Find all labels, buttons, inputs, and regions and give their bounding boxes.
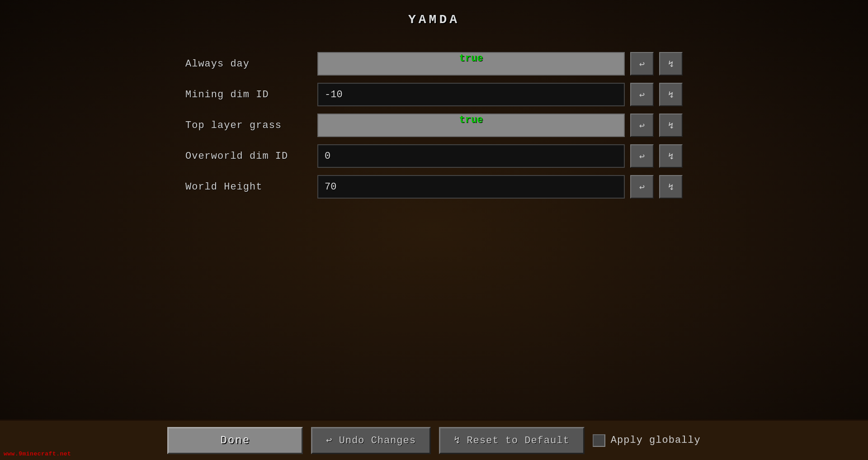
label-always-day: Always day — [185, 58, 312, 70]
undo-btn-top-layer-grass[interactable]: ↩ — [630, 114, 654, 137]
undo-btn-overworld-dim-id[interactable]: ↩ — [630, 144, 654, 168]
settings-list: Always day true ↩ ↯ Mining dim ID ↩ ↯ To… — [185, 48, 683, 202]
undo-icon-overworld-dim-id: ↩ — [639, 151, 645, 162]
setting-row-overworld-dim-id: Overworld dim ID ↩ ↯ — [185, 141, 683, 171]
undo-icon-world-height: ↩ — [639, 181, 645, 193]
input-world-height[interactable] — [317, 175, 625, 199]
undo-icon-always-day: ↩ — [639, 58, 645, 70]
reset-btn-always-day[interactable]: ↯ — [659, 52, 683, 76]
watermark: www.9minecraft.net — [4, 451, 71, 457]
undo-btn-world-height[interactable]: ↩ — [630, 175, 654, 199]
reset-icon-always-day: ↯ — [668, 58, 674, 70]
input-top-layer-grass[interactable]: true — [317, 114, 625, 137]
label-world-height: World Height — [185, 181, 312, 193]
reset-icon-mining-dim-id: ↯ — [668, 89, 674, 100]
main-container: YAMDA Always day true ↩ ↯ Mining dim ID … — [0, 0, 868, 460]
reset-icon-top-layer-grass: ↯ — [668, 120, 674, 131]
input-overworld-dim-id[interactable] — [317, 144, 625, 168]
reset-btn-world-height[interactable]: ↯ — [659, 175, 683, 199]
reset-icon-overworld-dim-id: ↯ — [668, 151, 674, 162]
input-always-day[interactable]: true — [317, 52, 625, 76]
setting-row-always-day: Always day true ↩ ↯ — [185, 48, 683, 79]
reset-icon-world-height: ↯ — [668, 181, 674, 193]
undo-btn-mining-dim-id[interactable]: ↩ — [630, 83, 654, 106]
undo-icon-mining-dim-id: ↩ — [639, 89, 645, 100]
reset-btn-mining-dim-id[interactable]: ↯ — [659, 83, 683, 106]
setting-row-world-height: World Height ↩ ↯ — [185, 171, 683, 202]
setting-row-mining-dim-id: Mining dim ID ↩ ↯ — [185, 79, 683, 110]
setting-row-top-layer-grass: Top layer grass true ↩ ↯ — [185, 110, 683, 141]
input-mining-dim-id[interactable] — [317, 83, 625, 106]
reset-btn-overworld-dim-id[interactable]: ↯ — [659, 144, 683, 168]
label-overworld-dim-id: Overworld dim ID — [185, 151, 312, 162]
label-mining-dim-id: Mining dim ID — [185, 89, 312, 100]
undo-icon-top-layer-grass: ↩ — [639, 120, 645, 131]
page-title: YAMDA — [408, 13, 460, 27]
label-top-layer-grass: Top layer grass — [185, 120, 312, 131]
reset-btn-top-layer-grass[interactable]: ↯ — [659, 114, 683, 137]
undo-btn-always-day[interactable]: ↩ — [630, 52, 654, 76]
